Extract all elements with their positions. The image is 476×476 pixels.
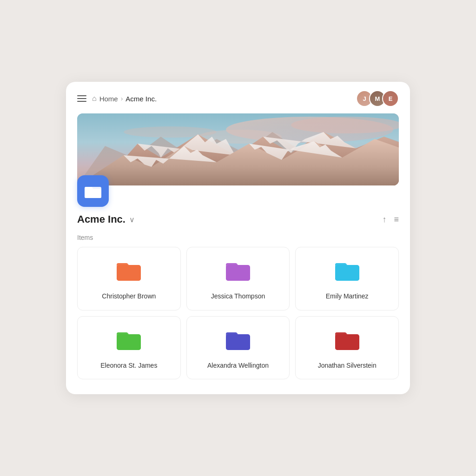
company-name: Acme Inc. — [77, 213, 126, 225]
item-name: Christopher Brown — [102, 292, 156, 300]
nav-left: ⌂ Home › Acme Inc. — [77, 94, 157, 103]
hero-banner — [77, 113, 399, 185]
item-name: Emily Martinez — [326, 292, 369, 300]
svg-rect-32 — [335, 332, 346, 337]
folder-icon — [226, 330, 250, 352]
folder-icon — [117, 260, 141, 283]
svg-point-2 — [291, 117, 399, 133]
items-label: Items — [77, 234, 399, 241]
company-chevron-down-icon[interactable]: ∨ — [129, 215, 135, 224]
item-name: Jessica Thompson — [211, 292, 265, 300]
nav-bar: ⌂ Home › Acme Inc. J M E — [66, 82, 410, 113]
avatar[interactable]: E — [382, 90, 399, 107]
folder-icon — [335, 260, 359, 283]
svg-rect-16 — [117, 267, 141, 281]
breadcrumb-current: Acme Inc. — [126, 95, 157, 103]
nav-right: J M E — [356, 90, 399, 107]
item-card[interactable]: Jonathan Silverstein — [295, 316, 399, 379]
company-logo — [77, 175, 109, 207]
home-icon[interactable]: ⌂ — [92, 94, 97, 103]
company-name-row: Acme Inc. ∨ — [77, 213, 135, 225]
svg-rect-31 — [335, 336, 359, 350]
mountain-illustration — [77, 113, 399, 185]
svg-point-4 — [124, 126, 217, 138]
breadcrumb: ⌂ Home › Acme Inc. — [92, 94, 157, 103]
company-section: Acme Inc. ∨ ↑ ≡ — [66, 175, 410, 225]
item-name: Eleonora St. James — [100, 361, 157, 370]
svg-rect-22 — [335, 267, 359, 281]
svg-rect-20 — [226, 263, 237, 268]
avatar-group: J M E — [356, 90, 399, 107]
svg-rect-26 — [117, 332, 128, 337]
hamburger-icon[interactable] — [77, 95, 86, 102]
breadcrumb-chevron: › — [121, 95, 123, 102]
main-card: ⌂ Home › Acme Inc. J M E — [66, 82, 410, 394]
svg-rect-28 — [226, 336, 250, 350]
list-view-icon[interactable]: ≡ — [394, 215, 399, 225]
company-header-row: Acme Inc. ∨ ↑ ≡ — [77, 213, 399, 225]
item-card[interactable]: Jessica Thompson — [186, 247, 290, 310]
item-card[interactable]: Alexandra Wellington — [186, 316, 290, 379]
folder-icon — [226, 260, 250, 283]
company-actions: ↑ ≡ — [382, 215, 399, 225]
item-name: Jonathan Silverstein — [318, 361, 377, 370]
item-card[interactable]: Eleonora St. James — [77, 316, 181, 379]
items-grid: Christopher Brown Jessica Thompson Emily… — [66, 247, 410, 379]
svg-rect-13 — [85, 189, 101, 198]
svg-rect-25 — [117, 336, 141, 350]
item-card[interactable]: Christopher Brown — [77, 247, 181, 310]
svg-rect-17 — [117, 263, 128, 268]
folder-icon — [117, 330, 141, 352]
svg-rect-29 — [226, 332, 237, 337]
item-card[interactable]: Emily Martinez — [295, 247, 399, 310]
svg-rect-23 — [335, 263, 346, 268]
svg-rect-19 — [226, 267, 250, 281]
item-name: Alexandra Wellington — [207, 361, 269, 370]
breadcrumb-home[interactable]: Home — [99, 95, 118, 103]
company-folder-icon — [85, 184, 101, 198]
folder-icon — [335, 330, 359, 352]
upload-icon[interactable]: ↑ — [382, 215, 386, 225]
company-logo-wrap — [77, 175, 399, 207]
